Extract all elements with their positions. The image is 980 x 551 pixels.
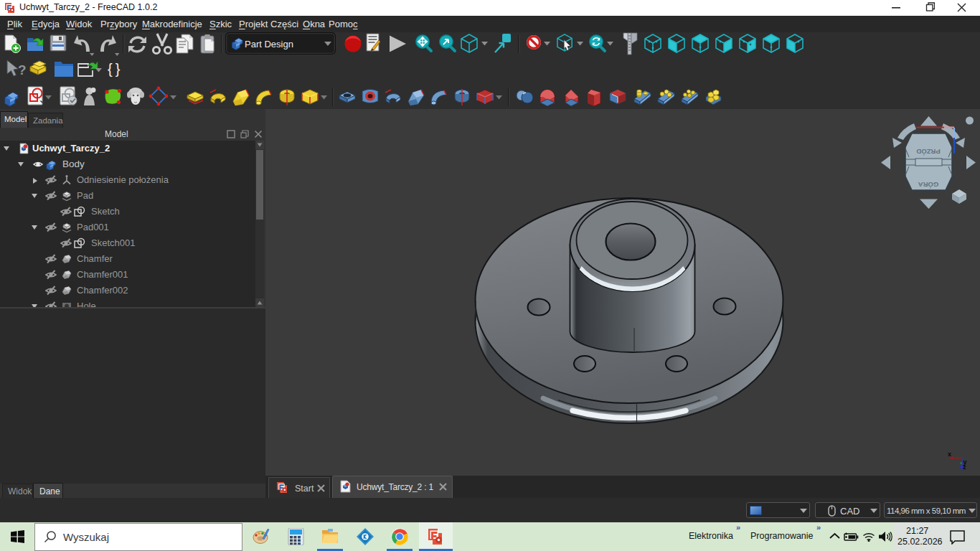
svg-text:GÓRA: GÓRA bbox=[918, 181, 939, 189]
svg-text:?: ? bbox=[18, 62, 27, 77]
svg-text:Part Design: Part Design bbox=[245, 39, 293, 50]
svg-text:{ }: { } bbox=[108, 61, 121, 77]
svg-text:PRZÓD: PRZÓD bbox=[916, 148, 940, 156]
svg-text:x: x bbox=[948, 451, 951, 458]
svg-text:z: z bbox=[963, 463, 966, 471]
